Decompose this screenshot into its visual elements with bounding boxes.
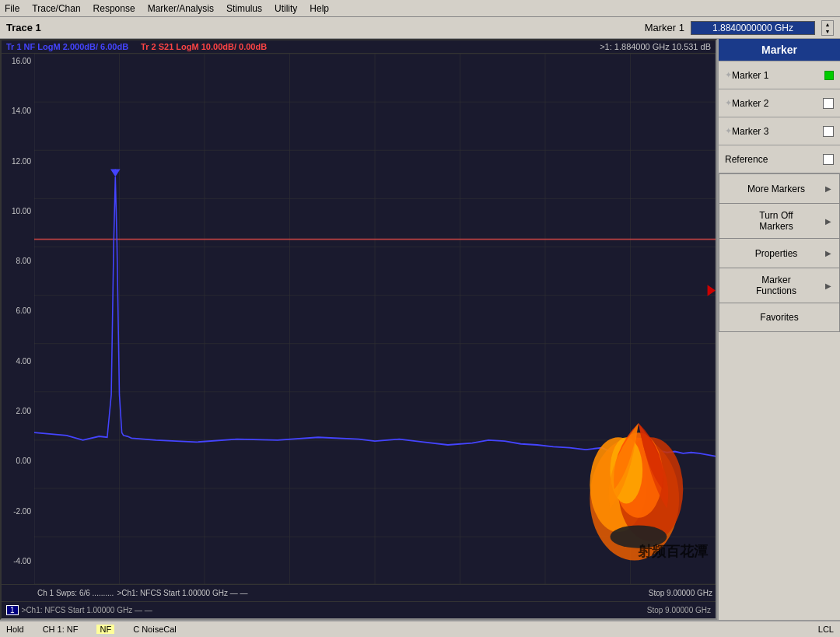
channel-stop-info: Stop 9.00000 GHz: [647, 606, 711, 614]
marker1-label: Marker 1: [732, 70, 821, 81]
y-label-8: 8.00: [5, 257, 31, 265]
turn-off-markers-button[interactable]: Turn OffMarkers ▶: [719, 203, 840, 238]
channel-info: Ch 1 Swps: 6/6 ..........: [37, 589, 114, 597]
marker-functions-chevron: ▶: [825, 282, 831, 290]
marker1-row[interactable]: ✦ Marker 1: [719, 61, 840, 89]
marker2-label: Marker 2: [732, 98, 820, 109]
y-label-16: 16.00: [5, 57, 31, 65]
y-axis: 16.00 14.00 12.00 10.00 8.00 6.00 4.00 2…: [2, 54, 34, 584]
y-label-10: 10.00: [5, 207, 31, 215]
marker3-checkbox[interactable]: [823, 126, 834, 137]
y-label-0: 0.00: [5, 457, 31, 465]
y-label-12: 12.00: [5, 157, 31, 166]
y-label-14: 14.00: [5, 107, 31, 115]
freq-start-label: >Ch1: NFCS Start 1.00000 GHz — —: [117, 589, 247, 597]
trace-label: Trace 1: [6, 22, 639, 33]
freq-stop-label: Stop 9.00000 GHz: [649, 589, 712, 597]
chart-container: Tr 1 NF LogM 2.000dB/ 6.00dB Tr 2 S21 Lo…: [0, 39, 717, 620]
chart-svg: [34, 54, 716, 584]
x-axis-area: Ch 1 Swps: 6/6 .......... >Ch1: NFCS Sta…: [2, 584, 716, 601]
properties-button[interactable]: Properties ▶: [719, 238, 840, 268]
ch1-status: CH 1: NF: [43, 625, 79, 634]
reference-label: Reference: [725, 154, 820, 165]
y-label-2: 2.00: [5, 407, 31, 415]
properties-chevron: ▶: [825, 249, 831, 257]
y-label-neg4: -4.00: [5, 557, 31, 565]
menu-utility[interactable]: Utility: [275, 3, 297, 14]
marker3-row[interactable]: ✦ Marker 3: [719, 117, 840, 145]
marker1-active-indicator: [824, 71, 834, 80]
y-label-4: 4.00: [5, 357, 31, 366]
reference-checkbox[interactable]: [823, 154, 834, 165]
channel-bottom-info: >Ch1: NFCS Start 1.00000 GHz — —: [22, 606, 152, 614]
marker2-row[interactable]: ✦ Marker 2: [719, 89, 840, 117]
lcl-status: LCL: [818, 625, 834, 634]
marker3-label: Marker 3: [732, 126, 820, 137]
content-area: Tr 1 NF LogM 2.000dB/ 6.00dB Tr 2 S21 Lo…: [0, 39, 840, 620]
right-panel: Marker ✦ Marker 1 ✦ Marker 2 ✦ Marker 3: [717, 39, 840, 620]
hold-status: Hold: [6, 625, 24, 634]
menu-bar: File Trace/Chan Response Marker/Analysis…: [0, 0, 840, 17]
turn-off-chevron: ▶: [825, 217, 831, 226]
chart-body: 16.00 14.00 12.00 10.00 8.00 6.00 4.00 2…: [2, 54, 716, 584]
trace1-label: Tr 1 NF LogM 2.000dB/ 6.00dB: [6, 42, 128, 51]
menu-response[interactable]: Response: [93, 3, 135, 14]
reference-row[interactable]: Reference: [719, 145, 840, 173]
menu-stimulus[interactable]: Stimulus: [226, 3, 262, 14]
menu-file[interactable]: File: [5, 3, 19, 14]
svg-point-30: [610, 525, 667, 548]
turn-off-label: Turn OffMarkers: [727, 210, 825, 232]
menu-help[interactable]: Help: [310, 3, 329, 14]
spin-down[interactable]: ▼: [822, 28, 833, 35]
marker-label: Marker 1: [645, 22, 684, 33]
plot-area[interactable]: 射频百花潭: [34, 54, 716, 584]
status-bar: Hold CH 1: NF NF C NoiseCal LCL: [0, 620, 840, 637]
spin-up[interactable]: ▲: [822, 21, 833, 28]
marker-functions-button[interactable]: MarkerFunctions ▶: [719, 268, 840, 303]
chart-header: Tr 1 NF LogM 2.000dB/ 6.00dB Tr 2 S21 Lo…: [2, 40, 716, 54]
nf-status-badge: NF: [96, 625, 114, 634]
panel-title: Marker: [719, 39, 840, 61]
top-bar: Trace 1 Marker 1 1.8840000000 GHz ▲ ▼: [0, 17, 840, 39]
channel-number-badge: 1: [6, 605, 19, 615]
marker-reading: >1: 1.884000 GHz 10.531 dB: [600, 42, 711, 51]
marker2-checkbox[interactable]: [823, 98, 834, 109]
noise-cal-status: C NoiseCal: [133, 625, 177, 634]
trace2-label: Tr 2 S21 LogM 10.00dB/ 0.00dB: [141, 42, 267, 51]
channel-bar: 1 >Ch1: NFCS Start 1.00000 GHz — — Stop …: [2, 601, 716, 618]
more-markers-chevron: ▶: [825, 184, 831, 193]
marker-freq-spinner[interactable]: ▲ ▼: [821, 20, 834, 36]
y-label-6: 6.00: [5, 306, 31, 315]
main-container: Trace 1 Marker 1 1.8840000000 GHz ▲ ▼ Tr…: [0, 17, 840, 637]
menu-trace-chan[interactable]: Trace/Chan: [32, 3, 80, 14]
menu-marker-analysis[interactable]: Marker/Analysis: [148, 3, 214, 14]
marker-freq-input[interactable]: 1.8840000000 GHz: [691, 21, 815, 35]
y-label-neg2: -2.00: [5, 507, 31, 516]
favorites-button[interactable]: Favorites: [719, 303, 840, 332]
more-markers-button[interactable]: More Markers ▶: [719, 173, 840, 203]
marker-functions-label: MarkerFunctions: [727, 275, 825, 296]
